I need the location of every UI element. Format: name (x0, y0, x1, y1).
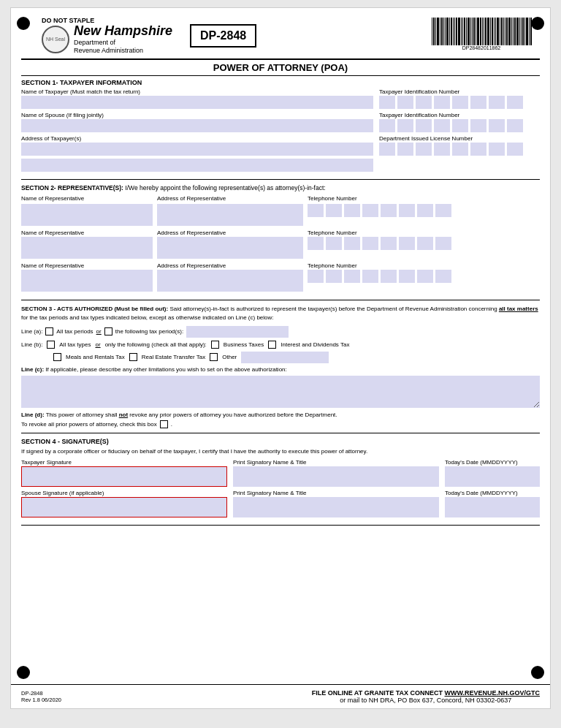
phone-cell[interactable] (344, 204, 360, 217)
phone-cell[interactable] (417, 204, 433, 217)
tin-cell[interactable] (416, 96, 432, 109)
line-d-label: Line (d): (21, 412, 45, 418)
phone-cell[interactable] (435, 270, 451, 283)
real-estate-checkbox[interactable] (129, 353, 137, 361)
tin-cell[interactable] (434, 96, 450, 109)
print-name2-input[interactable] (233, 497, 439, 517)
dept-cell[interactable] (416, 143, 432, 156)
tin2-cell[interactable] (452, 119, 468, 132)
phone-cell[interactable] (435, 204, 451, 217)
dept-cell[interactable] (470, 143, 486, 156)
dept-cell[interactable] (507, 143, 523, 156)
tin-cell[interactable] (507, 96, 523, 109)
phone-cell[interactable] (362, 237, 378, 250)
date2-input[interactable] (445, 497, 540, 517)
tin-cell[interactable] (452, 96, 468, 109)
line-b-or: or (96, 341, 101, 348)
interest-dividends-checkbox[interactable] (268, 341, 276, 349)
other-input[interactable] (241, 352, 329, 363)
section2-header: SECTION 2- REPRESENTATIVE(S): (21, 184, 123, 192)
rep2-name-input[interactable] (21, 237, 153, 259)
section2-header-text: I/We hereby appoint the following repres… (125, 184, 325, 192)
barcode-area: DP28482011862 (267, 18, 540, 54)
rep3-addr-input[interactable] (157, 270, 303, 292)
spouse-sig-input[interactable] (21, 497, 227, 517)
tin-fields (379, 96, 540, 109)
rep1-name-input[interactable] (21, 204, 153, 226)
section4-header: SECTION 4 - SIGNATURE(S) (21, 438, 540, 445)
line-c-textarea[interactable] (21, 376, 540, 408)
phone-cell[interactable] (399, 237, 415, 250)
tin-cell[interactable] (470, 96, 486, 109)
corner-mark-bl (17, 666, 30, 679)
rep-phone-label-3: Telephone Number (308, 262, 540, 269)
rep3-phone-fields (308, 270, 540, 283)
tin2-cell[interactable] (379, 119, 395, 132)
line-b-all-types-checkbox[interactable] (47, 341, 55, 349)
dept-cell[interactable] (434, 143, 450, 156)
phone-cell[interactable] (362, 270, 378, 283)
tin2-cell[interactable] (434, 119, 450, 132)
tin2-cell[interactable] (416, 119, 432, 132)
corner-mark-br (531, 666, 544, 679)
tin-cell[interactable] (489, 96, 505, 109)
tin2-cell[interactable] (470, 119, 486, 132)
phone-cell[interactable] (417, 270, 433, 283)
dept-cell[interactable] (397, 143, 413, 156)
other-checkbox[interactable] (210, 353, 218, 361)
phone-cell[interactable] (308, 237, 324, 250)
taxpayer-name-input[interactable] (21, 96, 373, 109)
state-name: New Hampshire (74, 24, 172, 39)
print-name-input[interactable] (233, 466, 439, 487)
corner-mark-tr (531, 17, 544, 30)
tin2-cell[interactable] (489, 119, 505, 132)
dept-cell[interactable] (452, 143, 468, 156)
phone-cell[interactable] (435, 237, 451, 250)
footer-url[interactable]: WWW.REVENUE.NH.GOV/GTC (445, 689, 541, 697)
form-number-box: DP-2848 (190, 24, 256, 48)
business-taxes-checkbox[interactable] (211, 341, 219, 349)
phone-cell[interactable] (326, 204, 342, 217)
tin2-cell[interactable] (507, 119, 523, 132)
dept-cell[interactable] (489, 143, 505, 156)
phone-cell[interactable] (326, 237, 342, 250)
rep-name-label-2: Name of Representative (21, 230, 153, 236)
meals-rentals-checkbox[interactable] (53, 353, 61, 361)
line-b-text: All tax types (59, 341, 91, 348)
phone-cell[interactable] (381, 270, 397, 283)
phone-cell[interactable] (362, 204, 378, 217)
rep2-addr-input[interactable] (157, 237, 303, 259)
rep3-name-input[interactable] (21, 270, 153, 292)
phone-cell[interactable] (381, 237, 397, 250)
rep-addr-label-3: Address of Representative (157, 262, 303, 269)
page-footer: DP-2848 Rev 1.8 06/2020 FILE ONLINE AT G… (11, 684, 550, 708)
taxpayer-sig-input[interactable] (21, 466, 227, 487)
rep-name-label-1: Name of Representative (21, 195, 153, 202)
line-a-all-periods-checkbox[interactable] (45, 327, 53, 335)
tin2-label: Taxpayer Identification Number (379, 112, 540, 118)
tin-cell[interactable] (379, 96, 395, 109)
phone-cell[interactable] (308, 270, 324, 283)
phone-cell[interactable] (326, 270, 342, 283)
phone-cell[interactable] (344, 270, 360, 283)
phone-cell[interactable] (308, 204, 324, 217)
dept-cell[interactable] (379, 143, 395, 156)
interest-dividends-label: Interest and Dividends Tax (280, 341, 349, 348)
rep1-addr-input[interactable] (157, 204, 303, 226)
spouse-name-input[interactable] (21, 119, 373, 132)
phone-cell[interactable] (417, 237, 433, 250)
phone-cell[interactable] (381, 204, 397, 217)
tin-cell[interactable] (397, 96, 413, 109)
date-input[interactable] (445, 466, 540, 487)
taxpayer-name-label: Name of Taxpayer (Must match the tax ret… (21, 88, 373, 95)
phone-cell[interactable] (399, 204, 415, 217)
phone-cell[interactable] (399, 270, 415, 283)
phone-cell[interactable] (344, 237, 360, 250)
address-input[interactable] (21, 143, 373, 156)
revoke-checkbox[interactable] (160, 420, 168, 428)
address-input2[interactable] (21, 159, 373, 172)
tax-periods-input[interactable] (186, 326, 289, 338)
line-a-periods-checkbox[interactable] (104, 327, 112, 335)
taxpayer-sig-row: Taxpayer Signature Print Signatory Name … (21, 459, 540, 487)
tin2-cell[interactable] (397, 119, 413, 132)
